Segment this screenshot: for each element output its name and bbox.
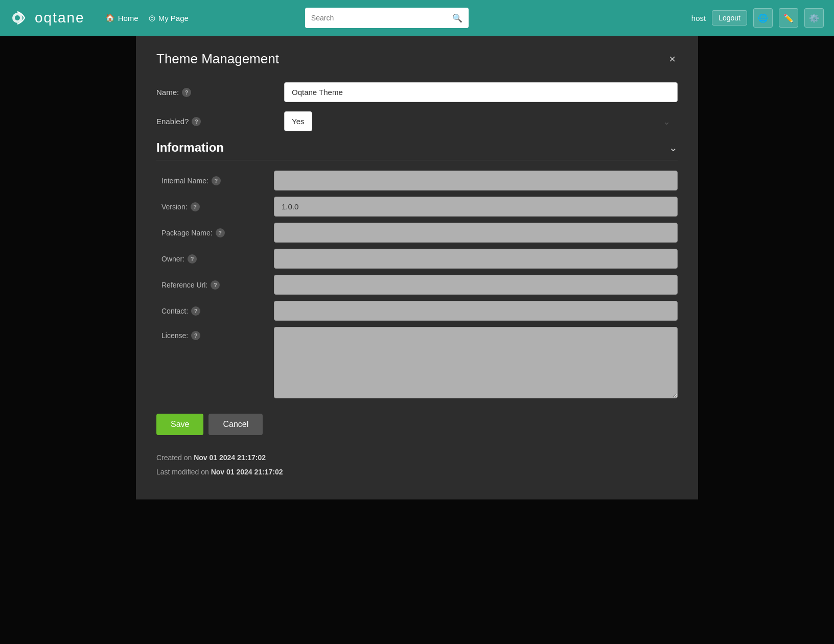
version-help-icon[interactable]: ?	[191, 202, 200, 211]
modified-info: Last modified on Nov 01 2024 21:17:02	[156, 465, 678, 479]
internal-name-label: Internal Name: ?	[156, 176, 274, 185]
internal-name-help-icon[interactable]: ?	[212, 176, 221, 185]
logo: oqtane	[10, 8, 85, 28]
circle-icon: ◎	[149, 13, 155, 22]
reference-url-row: Reference Url: ?	[156, 275, 678, 295]
reference-url-label: Reference Url: ?	[156, 280, 274, 290]
license-row: License: ?	[156, 327, 678, 398]
logo-text: oqtane	[35, 10, 85, 26]
nav-right: host Logout 🌐 ✏️ ⚙️	[691, 8, 824, 28]
license-textarea[interactable]	[274, 327, 678, 398]
name-input[interactable]	[284, 82, 678, 102]
cancel-button[interactable]: Cancel	[208, 414, 263, 435]
nav-mypage[interactable]: ◎ My Page	[149, 13, 189, 22]
modal-overlay: Theme Management × Name: ? Enabled? ? Ye…	[0, 36, 834, 644]
package-name-row: Package Name: ?	[156, 223, 678, 243]
logo-icon	[10, 8, 31, 28]
enabled-select-wrapper: Yes No	[284, 111, 678, 131]
enabled-label: Enabled? ?	[156, 117, 284, 126]
nav-home[interactable]: 🏠 Home	[105, 13, 138, 22]
created-prefix: Created on	[156, 454, 194, 462]
information-chevron-icon[interactable]: ⌄	[669, 141, 678, 154]
package-name-label: Package Name: ?	[156, 228, 274, 237]
nav-links: 🏠 Home ◎ My Page	[105, 13, 189, 22]
license-help-icon[interactable]: ?	[191, 331, 200, 340]
search-input[interactable]	[311, 14, 452, 22]
version-label: Version: ?	[156, 202, 274, 211]
name-label: Name: ?	[156, 88, 284, 97]
edit-icon-button[interactable]: ✏️	[779, 8, 798, 28]
owner-label: Owner: ?	[156, 254, 274, 264]
save-button[interactable]: Save	[156, 414, 203, 435]
footer-info: Created on Nov 01 2024 21:17:02 Last mod…	[156, 450, 678, 479]
owner-row: Owner: ?	[156, 249, 678, 269]
owner-input[interactable]	[274, 249, 678, 269]
navbar: oqtane 🏠 Home ◎ My Page 🔍 host Logout 🌐 …	[0, 0, 834, 36]
license-label: License: ?	[156, 327, 274, 340]
logout-label: Logout	[719, 14, 740, 22]
modal-title: Theme Management	[156, 51, 279, 67]
home-icon: 🏠	[105, 13, 115, 22]
contact-label: Contact: ?	[156, 306, 274, 316]
owner-help-icon[interactable]: ?	[188, 254, 197, 264]
svg-point-1	[15, 15, 20, 20]
globe-icon-button[interactable]: 🌐	[753, 8, 773, 28]
search-icon[interactable]: 🔍	[452, 13, 462, 23]
version-row: Version: ?	[156, 197, 678, 217]
reference-url-input[interactable]	[274, 275, 678, 295]
package-name-help-icon[interactable]: ?	[216, 228, 225, 237]
package-name-input[interactable]	[274, 223, 678, 243]
modal-close-button[interactable]: ×	[667, 52, 678, 67]
theme-management-modal: Theme Management × Name: ? Enabled? ? Ye…	[136, 36, 698, 499]
enabled-help-icon[interactable]: ?	[192, 117, 201, 126]
information-section-header: Information ⌄	[156, 140, 678, 160]
search-bar: 🔍	[305, 8, 469, 28]
enabled-row: Enabled? ? Yes No	[156, 111, 678, 131]
modal-header: Theme Management ×	[156, 51, 678, 67]
modified-date: Nov 01 2024 21:17:02	[211, 468, 283, 476]
contact-help-icon[interactable]: ?	[191, 306, 200, 316]
nav-home-label: Home	[118, 14, 138, 22]
modified-prefix: Last modified on	[156, 468, 211, 476]
settings-icon-button[interactable]: ⚙️	[804, 8, 824, 28]
created-date: Nov 01 2024 21:17:02	[194, 454, 266, 462]
created-info: Created on Nov 01 2024 21:17:02	[156, 450, 678, 465]
information-title: Information	[156, 140, 224, 155]
button-row: Save Cancel	[156, 414, 678, 435]
contact-row: Contact: ?	[156, 301, 678, 321]
reference-url-help-icon[interactable]: ?	[211, 280, 220, 290]
internal-name-row: Internal Name: ?	[156, 171, 678, 190]
internal-name-input[interactable]	[274, 171, 678, 190]
enabled-select[interactable]: Yes No	[284, 111, 312, 131]
nav-mypage-label: My Page	[158, 14, 189, 22]
logout-button[interactable]: Logout	[712, 10, 747, 26]
name-row: Name: ?	[156, 82, 678, 102]
name-help-icon[interactable]: ?	[182, 88, 191, 97]
version-input[interactable]	[274, 197, 678, 217]
host-label: host	[691, 14, 706, 22]
contact-input[interactable]	[274, 301, 678, 321]
